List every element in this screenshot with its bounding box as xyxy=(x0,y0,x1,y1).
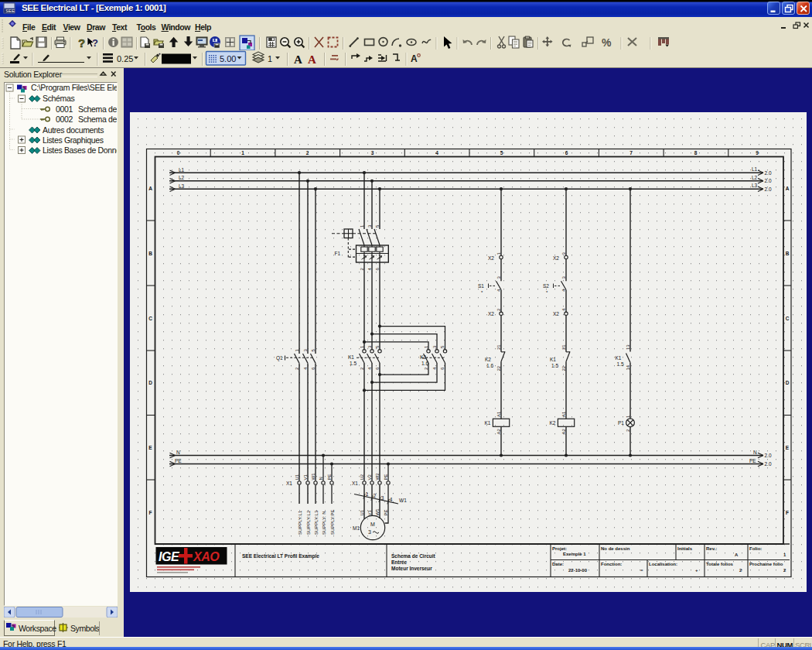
svg-text:C: C xyxy=(148,316,152,321)
svg-text:5: 5 xyxy=(500,150,503,156)
svg-text:3: 3 xyxy=(368,529,371,535)
svg-text:K1: K1 xyxy=(550,357,556,362)
svg-text:14: 14 xyxy=(626,364,630,370)
svg-text:PE: PE xyxy=(175,458,182,464)
svg-text:Localisation:: Localisation: xyxy=(649,562,677,566)
svg-text:X2: X2 xyxy=(553,311,559,316)
svg-text:PE: PE xyxy=(749,458,756,464)
svg-text:N: N xyxy=(753,450,757,455)
svg-text:1.6: 1.6 xyxy=(421,361,428,366)
svg-text:21: 21 xyxy=(496,344,501,350)
svg-text:L3: L3 xyxy=(179,183,185,189)
svg-text:L1: L1 xyxy=(179,167,185,173)
svg-text:F: F xyxy=(149,510,152,515)
svg-text:Date:: Date: xyxy=(552,562,564,566)
svg-text:A2: A2 xyxy=(561,428,566,434)
svg-text:Folio:: Folio: xyxy=(749,546,762,551)
svg-text:P1: P1 xyxy=(618,420,624,426)
svg-text:1: 1 xyxy=(268,54,272,63)
svg-text:SUPPLY:L2: SUPPLY:L2 xyxy=(306,510,311,535)
svg-text:0.25: 0.25 xyxy=(117,54,133,63)
svg-text:W1: W1 xyxy=(311,473,316,481)
svg-text:X1: X1 xyxy=(286,481,292,486)
svg-text:Entrée: Entrée xyxy=(391,559,408,565)
svg-text:1.6: 1.6 xyxy=(486,363,493,368)
svg-text:W2: W2 xyxy=(375,473,380,481)
svg-text:X2: X2 xyxy=(488,311,494,316)
svg-text:Totale folios: Totale folios xyxy=(706,562,734,566)
svg-text:3: 3 xyxy=(371,150,374,156)
svg-text:21: 21 xyxy=(561,344,566,350)
svg-text:Listes Graphiques: Listes Graphiques xyxy=(43,135,104,145)
svg-text:Schema de C: Schema de C xyxy=(78,104,117,114)
svg-text:B: B xyxy=(786,251,790,256)
svg-text:V2: V2 xyxy=(367,474,372,480)
svg-text:SEE Electrical LT Profil Examp: SEE Electrical LT Profil Example xyxy=(242,553,319,559)
svg-text:6: 6 xyxy=(565,150,568,156)
svg-text:K1: K1 xyxy=(616,355,622,361)
svg-text:L1: L1 xyxy=(752,166,758,172)
svg-text:SUPPLY:L1: SUPPLY:L1 xyxy=(298,510,302,535)
svg-text:A: A xyxy=(735,552,739,557)
svg-text:L3: L3 xyxy=(752,183,758,188)
svg-text:13: 13 xyxy=(626,344,630,350)
svg-text:M: M xyxy=(370,522,375,527)
svg-text:N: N xyxy=(176,450,180,455)
svg-text:9: 9 xyxy=(756,150,759,156)
svg-text:A1: A1 xyxy=(496,411,501,417)
svg-text:No de dessin: No de dessin xyxy=(601,546,630,551)
svg-text:PE: PE xyxy=(327,474,332,480)
svg-text:Exemple 1: Exemple 1 xyxy=(563,552,586,556)
svg-text:W1: W1 xyxy=(375,508,380,516)
svg-text:Rev.:: Rev.: xyxy=(706,546,717,551)
svg-text:Prochaine folio: Prochaine folio xyxy=(749,562,783,566)
svg-text:X2: X2 xyxy=(553,255,559,261)
svg-text:A1: A1 xyxy=(561,411,566,417)
svg-text:PE: PE xyxy=(384,509,388,515)
svg-text:K2: K2 xyxy=(485,357,491,362)
svg-text:IGE: IGE xyxy=(159,550,180,563)
svg-text:8: 8 xyxy=(694,150,698,156)
svg-text:1: 1 xyxy=(241,150,244,156)
svg-text:Autres documents: Autres documents xyxy=(43,125,104,135)
svg-text:U2: U2 xyxy=(360,474,364,480)
svg-text:C:\Program Files\SEE Elech: C:\Program Files\SEE Elech xyxy=(31,83,117,92)
svg-text:S1: S1 xyxy=(478,283,484,289)
svg-text:V1: V1 xyxy=(303,474,308,480)
svg-text:2.0: 2.0 xyxy=(765,170,772,176)
svg-text:SUPPLY:L3: SUPPLY:L3 xyxy=(314,510,319,535)
svg-text:D: D xyxy=(786,380,790,385)
svg-text:1.5: 1.5 xyxy=(350,361,357,366)
svg-text:2.0: 2.0 xyxy=(765,178,772,183)
svg-text:2: 2 xyxy=(374,493,377,498)
svg-text:A: A xyxy=(411,53,418,64)
svg-text:SEE: SEE xyxy=(5,9,15,13)
svg-text:Projet:: Projet: xyxy=(552,546,567,551)
svg-text:5.00: 5.00 xyxy=(220,54,236,63)
svg-text:U1: U1 xyxy=(360,509,364,515)
svg-text:3: 3 xyxy=(381,495,384,501)
svg-text:S2: S2 xyxy=(543,283,549,289)
svg-text:L2: L2 xyxy=(179,175,185,180)
svg-text:=: = xyxy=(640,568,643,573)
svg-text:Schema de Circuit: Schema de Circuit xyxy=(391,553,436,559)
svg-text:B: B xyxy=(148,251,152,256)
svg-text:XAO: XAO xyxy=(193,550,220,563)
svg-text:U1: U1 xyxy=(295,474,299,480)
svg-text:A: A xyxy=(148,186,152,191)
svg-text:K1: K1 xyxy=(485,420,491,426)
svg-text:Schémas: Schémas xyxy=(43,94,74,103)
svg-text:N: N xyxy=(319,477,323,480)
svg-text:V1: V1 xyxy=(367,509,372,515)
svg-text:Listes Bases de Donnée: Listes Bases de Donnée xyxy=(43,145,117,155)
svg-text:0002: 0002 xyxy=(56,115,73,124)
svg-text:1: 1 xyxy=(366,491,369,497)
svg-text:D: D xyxy=(148,380,152,385)
svg-text:2: 2 xyxy=(306,150,309,156)
svg-text:7: 7 xyxy=(629,150,633,156)
svg-text:F1: F1 xyxy=(334,251,340,256)
svg-text:%: % xyxy=(602,36,612,49)
svg-text:M1: M1 xyxy=(353,525,360,531)
svg-text:22: 22 xyxy=(496,365,501,371)
svg-text:K2: K2 xyxy=(550,420,556,426)
